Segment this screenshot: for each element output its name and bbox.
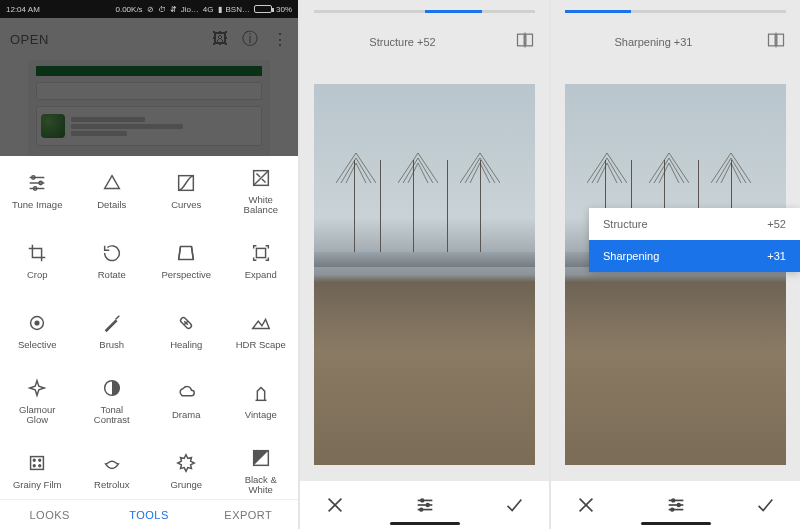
tool-tune-image[interactable]: Tune Image [0,156,75,226]
status-battery: 30% [276,5,292,14]
status-bar: 12:04 AM 0.00K/s ⊘⏱⇵ Jio… 4G ▮ BSN… 30% [0,0,298,18]
glamour-glow-icon [26,377,48,399]
tool-label: Rotate [98,270,126,280]
menu-row-label: Sharpening [603,250,659,262]
tool-label: Drama [172,410,201,420]
slider-fill [565,10,631,13]
adjustment-menu: Structure+52Sharpening+31 [589,208,800,272]
healing-icon [175,312,197,334]
hdr-scape-icon [250,312,272,334]
svg-rect-25 [31,456,44,469]
tool-perspective[interactable]: Perspective [149,226,224,296]
svg-rect-44 [777,34,784,46]
svg-point-29 [39,465,41,467]
tool-grainy-film[interactable]: Grainy Film [0,436,75,499]
adjust-icon[interactable] [412,492,438,518]
compare-icon[interactable] [766,30,786,50]
overflow-icon[interactable]: ⋮ [272,30,288,49]
open-button[interactable]: OPEN [10,32,49,47]
status-net2: BSN… [226,5,250,14]
tab-tools[interactable]: TOOLS [99,500,198,529]
status-speed: 0.00K/s [115,5,142,14]
tool-curves[interactable]: Curves [149,156,224,226]
tonal-contrast-icon [101,377,123,399]
tool-label: Tonal Contrast [94,405,130,426]
tool-label: Brush [99,340,124,350]
svg-line-9 [253,170,268,185]
vintage-icon [250,382,272,404]
tool-label: White Balance [244,195,278,216]
menu-row-structure[interactable]: Structure+52 [589,208,800,240]
tool-vintage[interactable]: Vintage [224,366,299,436]
tool-retrolux[interactable]: Retrolux [75,436,150,499]
selective-icon [26,312,48,334]
cancel-button[interactable] [573,492,599,518]
details-icon [101,172,123,194]
tool-label: Healing [170,340,202,350]
svg-line-10 [256,173,260,177]
grainy-film-icon [26,452,48,474]
svg-marker-6 [104,175,119,188]
tool-expand[interactable]: Expand [224,226,299,296]
adjust-icon[interactable] [663,492,689,518]
tool-details[interactable]: Details [75,156,150,226]
tool-label: Details [97,200,126,210]
tools-panel: 12:04 AM 0.00K/s ⊘⏱⇵ Jio… 4G ▮ BSN… 30% … [0,0,300,529]
edit-photo[interactable] [314,84,535,465]
tool-label: Curves [171,200,201,210]
retrolux-icon [101,452,123,474]
image-stack-icon[interactable]: 🖼 [212,30,228,48]
tool-brush[interactable]: Brush [75,296,150,366]
tool-crop[interactable]: Crop [0,226,75,296]
edit-photo[interactable] [565,84,786,465]
tool-label: HDR Scape [236,340,286,350]
tool-healing[interactable]: Healing [149,296,224,366]
store-preview [28,60,270,156]
info-icon[interactable]: ⓘ [242,29,258,50]
cancel-button[interactable] [322,492,348,518]
rotate-icon [101,242,123,264]
svg-point-17 [35,321,39,325]
home-indicator [641,522,711,525]
apply-button[interactable] [752,492,778,518]
black-white-icon [250,447,272,469]
tool-label: Selective [18,340,57,350]
svg-rect-43 [769,34,776,46]
status-time: 12:04 AM [6,5,40,14]
svg-rect-32 [518,34,525,46]
tool-rotate[interactable]: Rotate [75,226,150,296]
tool-label: Glamour Glow [19,405,55,426]
brush-icon [101,312,123,334]
svg-point-28 [34,465,36,467]
home-indicator [390,522,460,525]
svg-point-27 [39,459,41,461]
tool-label: Vintage [245,410,277,420]
drama-icon [175,382,197,404]
menu-row-value: +52 [767,218,786,230]
menu-row-label: Structure [603,218,648,230]
expand-icon [250,242,272,264]
svg-marker-22 [253,319,270,328]
apply-button[interactable] [501,492,527,518]
tool-grunge[interactable]: Grunge [149,436,224,499]
svg-rect-33 [526,34,533,46]
tool-label: Retrolux [94,480,129,490]
tool-white-balance[interactable]: White Balance [224,156,299,226]
tool-label: Black & White [245,475,277,496]
tool-hdr-scape[interactable]: HDR Scape [224,296,299,366]
svg-marker-31 [253,450,268,465]
tool-glamour-glow[interactable]: Glamour Glow [0,366,75,436]
tab-export[interactable]: EXPORT [199,500,298,529]
compare-icon[interactable] [515,30,535,50]
edit-panel-sharpening: Sharpening +31 Structure+52Sharpening+31 [551,0,800,529]
tool-label: Crop [27,270,48,280]
svg-line-14 [192,246,194,259]
tool-drama[interactable]: Drama [149,366,224,436]
svg-line-18 [115,315,119,319]
tool-tonal-contrast[interactable]: Tonal Contrast [75,366,150,436]
tab-looks[interactable]: LOOKS [0,500,99,529]
menu-row-sharpening[interactable]: Sharpening+31 [589,240,800,272]
adjustment-readout: Structure +52 [300,36,505,48]
tool-black-white[interactable]: Black & White [224,436,299,499]
tool-selective[interactable]: Selective [0,296,75,366]
